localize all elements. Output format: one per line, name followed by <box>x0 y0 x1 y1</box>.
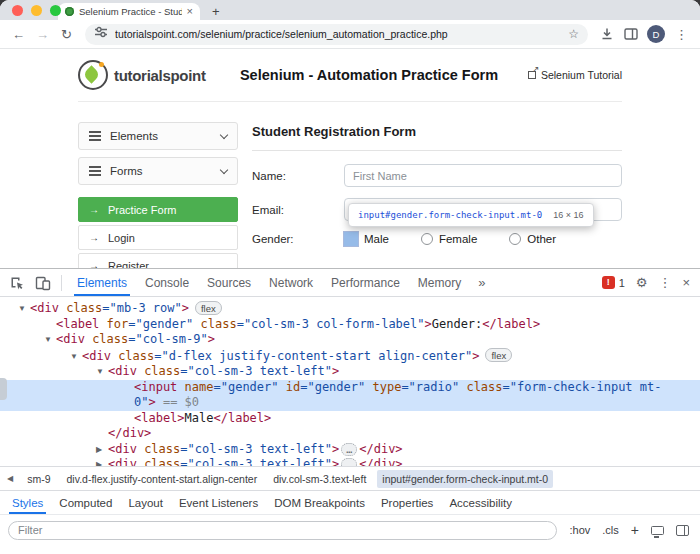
gender-row: Gender: MaleFemaleOther <box>252 232 622 246</box>
devtools-close-icon[interactable]: × <box>682 276 690 289</box>
gender-option-female[interactable]: Female <box>421 233 477 245</box>
rendering-emulation-icon[interactable] <box>651 526 664 535</box>
sidebar-item-practice-form[interactable]: →Practice Form <box>78 197 238 222</box>
gender-option-male[interactable]: Male <box>344 232 389 246</box>
gender-option-other[interactable]: Other <box>509 233 556 245</box>
dom-tree-line[interactable]: <label>Male</label> <box>0 411 700 427</box>
accordion-label: Forms <box>110 165 143 177</box>
styles-tab-dom-breakpoints[interactable]: DOM Breakpoints <box>266 491 373 514</box>
dom-tree-line[interactable]: ▼<div class="d-flex justify-content-star… <box>0 348 700 365</box>
dom-tree-line[interactable]: ▶<div class="col-sm-3 text-left">…</div> <box>0 457 700 466</box>
devtools-tab-console[interactable]: Console <box>136 269 198 296</box>
styles-tab-layout[interactable]: Layout <box>120 491 171 514</box>
more-tabs-icon[interactable]: » <box>472 275 491 290</box>
browser-tab[interactable]: Selenium Practice - Student × <box>58 3 200 20</box>
minimize-window-button[interactable] <box>31 5 42 16</box>
profile-avatar[interactable]: D <box>647 25 665 43</box>
reload-button[interactable]: ↻ <box>56 27 77 42</box>
bookmark-star-icon[interactable]: ☆ <box>568 28 579 40</box>
devtools-tab-memory[interactable]: Memory <box>409 269 470 296</box>
logo-text: tutorialspoint <box>114 67 206 84</box>
radio-input[interactable] <box>421 233 433 245</box>
device-toolbar-icon[interactable] <box>31 271 55 295</box>
selenium-tutorial-link[interactable]: Selenium Tutorial <box>510 69 622 81</box>
side-panel-icon[interactable] <box>620 26 641 42</box>
accordion-label: Elements <box>110 130 158 142</box>
devtools-tab-sources[interactable]: Sources <box>198 269 260 296</box>
close-window-button[interactable] <box>12 5 23 16</box>
breadcrumb-item[interactable]: div.d-flex.justify-content-start.align-c… <box>62 470 263 488</box>
tab-close-icon[interactable]: × <box>187 6 193 17</box>
arrow-right-icon: → <box>89 232 99 243</box>
window-controls <box>12 5 61 16</box>
styles-filter-input[interactable] <box>8 521 557 540</box>
tree-expand-arrow[interactable]: ▼ <box>44 332 56 348</box>
dom-tree-line[interactable]: <label for="gender" class="col-sm-3 col-… <box>0 317 700 333</box>
tutorialspoint-logo[interactable]: tutorialspoint <box>78 60 228 90</box>
error-badge[interactable]: ! 1 <box>602 276 625 289</box>
breadcrumb-item[interactable]: sm-9 <box>22 470 55 488</box>
devtools-tab-elements[interactable]: Elements <box>68 269 136 296</box>
hamburger-icon <box>89 170 101 172</box>
element-classes-button[interactable]: .cls <box>602 524 619 536</box>
site-settings-icon[interactable] <box>94 25 108 43</box>
dom-tree-line[interactable]: 0"> == $0 <box>0 395 700 411</box>
inspected-radio-highlight[interactable] <box>344 232 358 246</box>
inspect-element-icon[interactable] <box>5 271 29 295</box>
downloads-icon[interactable] <box>596 26 617 42</box>
dom-tree-line[interactable]: ▼<div class="col-sm-3 text-left"> <box>0 364 700 380</box>
dom-tree-line[interactable]: <input name="gender" id="gender" type="r… <box>0 380 700 396</box>
sidebar-accordion-elements[interactable]: Elements <box>78 122 238 150</box>
devtools-tab-network[interactable]: Network <box>260 269 322 296</box>
sidebar-item-login[interactable]: →Login <box>78 225 238 250</box>
tree-expand-arrow[interactable]: ▶ <box>96 442 108 458</box>
address-bar[interactable]: tutorialspoint.com/selenium/practice/sel… <box>85 24 588 45</box>
sidebar-layout-icon[interactable] <box>676 525 689 536</box>
browser-menu-kebab-icon[interactable]: ⋮ <box>671 27 692 42</box>
back-button[interactable]: ← <box>8 27 29 42</box>
devtools-kebab-icon[interactable]: ⋮ <box>658 276 671 289</box>
forward-button[interactable]: → <box>32 27 53 42</box>
tree-expand-arrow[interactable]: ▶ <box>96 457 108 466</box>
flex-badge[interactable]: flex <box>485 348 512 362</box>
site-header: tutorialspoint Selenium - Automation Pra… <box>78 49 622 102</box>
sidebar-accordion-forms[interactable]: Forms <box>78 157 238 185</box>
dom-tree-line[interactable]: ▼<div class="col-sm-9"> <box>0 332 700 348</box>
error-count: 1 <box>619 277 625 289</box>
styles-tab-properties[interactable]: Properties <box>373 491 441 514</box>
toggle-element-state-button[interactable]: :hov <box>570 524 591 536</box>
tree-expand-arrow[interactable]: ▼ <box>70 349 82 365</box>
flex-badge[interactable]: flex <box>195 301 222 315</box>
breadcrumb-item[interactable]: input#gender.form-check-input.mt-0 <box>377 470 553 488</box>
dom-tree-line[interactable]: ▶<div class="col-sm-3 text-left">…</div> <box>0 442 700 458</box>
styles-sidebar-tabs: StylesComputedLayoutEvent ListenersDOM B… <box>0 490 700 515</box>
breadcrumb-item[interactable]: div.col-sm-3.text-left <box>268 470 371 488</box>
styles-tab-event-listeners[interactable]: Event Listeners <box>171 491 266 514</box>
tree-expand-arrow[interactable]: ▼ <box>96 364 108 380</box>
styles-tab-computed[interactable]: Computed <box>51 491 120 514</box>
page-title: Selenium - Automation Practice Form <box>228 67 510 83</box>
error-icon: ! <box>602 276 615 289</box>
styles-tab-styles[interactable]: Styles <box>4 491 51 514</box>
zoom-window-button[interactable] <box>50 5 61 16</box>
tree-expand-arrow[interactable]: ▼ <box>18 301 30 317</box>
settings-gear-icon[interactable]: ⚙ <box>636 276 648 289</box>
new-style-rule-button[interactable]: + <box>631 523 639 537</box>
breadcrumb-scroll-left-icon[interactable]: ◀ <box>4 474 16 483</box>
new-tab-button[interactable]: + <box>212 5 220 18</box>
collapsed-content-button[interactable]: … <box>341 443 357 456</box>
sidebar-item-register[interactable]: →Register <box>78 253 238 268</box>
dom-tree-line[interactable]: </div> <box>0 426 700 442</box>
hamburger-icon <box>89 135 101 137</box>
collapsed-content-button[interactable]: … <box>341 458 357 466</box>
devtools-tab-performance[interactable]: Performance <box>322 269 409 296</box>
dom-breadcrumbs: ◀ sm-9div.d-flex.justify-content-start.a… <box>0 466 700 490</box>
dom-tree-line[interactable]: ▼<div class="mb-3 row">flex <box>0 300 700 317</box>
radio-label: Male <box>364 233 389 245</box>
radio-input[interactable] <box>509 233 521 245</box>
styles-pane-empty <box>0 545 700 554</box>
first-name-input[interactable] <box>344 164 622 187</box>
styles-tab-accessibility[interactable]: Accessibility <box>441 491 520 514</box>
url-text: tutorialspoint.com/selenium/practice/sel… <box>115 28 561 40</box>
titlebar: Selenium Practice - Student × + <box>0 0 700 20</box>
